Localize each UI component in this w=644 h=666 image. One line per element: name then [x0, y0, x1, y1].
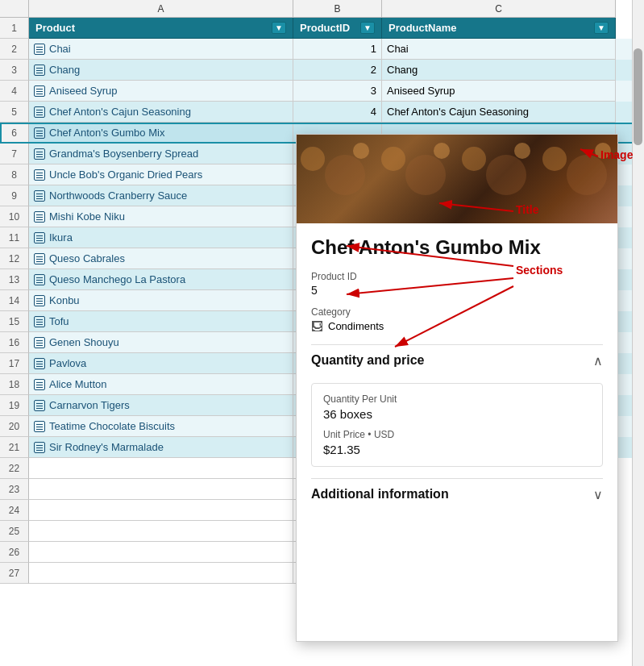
row-num-16: 16: [0, 332, 29, 353]
cell-product-16[interactable]: Genen Shouyu: [29, 332, 293, 353]
empty-cell-a: [29, 500, 293, 521]
cell-product-6[interactable]: Chef Anton's Gumbo Mix: [29, 123, 293, 144]
cell-product-text: Grandma's Boysenberry Spread: [49, 148, 198, 160]
filter-icon-b[interactable]: ▼: [360, 22, 375, 34]
quantity-section-header[interactable]: Quantity and price ∧: [311, 344, 603, 375]
cell-product-text: Sir Rodney's Marmalade: [49, 441, 164, 453]
col-header-a: A: [29, 0, 293, 18]
row-num-9: 9: [0, 185, 29, 206]
table-icon: [34, 65, 45, 76]
table-icon: [34, 358, 45, 369]
table-icon: [34, 295, 45, 306]
cell-product-2[interactable]: Chai: [29, 39, 293, 60]
cell-product-15[interactable]: Tofu: [29, 311, 293, 332]
panel-body: Chef Anton's Gumbo Mix Product ID 5 Cate…: [297, 223, 617, 641]
table-icon: [34, 44, 45, 55]
empty-cell-a: [29, 563, 293, 584]
qty-per-unit-label: Quantity Per Unit: [323, 393, 591, 405]
cell-product-text: Alice Mutton: [49, 378, 107, 390]
cell-product-7[interactable]: Grandma's Boysenberry Spread: [29, 144, 293, 164]
cell-product-14[interactable]: Konbu: [29, 290, 293, 311]
row-num-18: 18: [0, 374, 29, 395]
product-id-value: 5: [311, 284, 603, 297]
table-icon: [34, 232, 45, 244]
detail-panel[interactable]: Chef Anton's Gumbo Mix Product ID 5 Cate…: [296, 134, 618, 642]
cell-productid-5[interactable]: 4: [293, 102, 382, 123]
cell-product-21[interactable]: Sir Rodney's Marmalade: [29, 437, 293, 458]
cell-product-11[interactable]: Ikura: [29, 227, 293, 248]
empty-row-num-23: 23: [0, 479, 29, 500]
header-label-productid: ProductID: [300, 22, 350, 34]
cell-product-9[interactable]: Northwoods Cranberry Sauce: [29, 185, 293, 206]
col-header-c: C: [382, 0, 616, 18]
table-row[interactable]: 2 Chai 1 Chai: [0, 39, 644, 60]
row-num-14: 14: [0, 290, 29, 311]
table-icon: [34, 127, 45, 139]
empty-row-num-22: 22: [0, 458, 29, 479]
row-num-1: 1: [0, 18, 29, 39]
unit-price-value: $21.35: [323, 443, 591, 456]
cell-product-4[interactable]: Aniseed Syrup: [29, 81, 293, 102]
cell-product-10[interactable]: Mishi Kobe Niku: [29, 206, 293, 227]
header-cell-product[interactable]: Product ▼: [29, 18, 293, 39]
scrollbar-track[interactable]: [632, 0, 644, 666]
cell-product-8[interactable]: Uncle Bob's Organic Dried Pears: [29, 164, 293, 185]
table-icon: [34, 85, 45, 97]
filter-icon-c[interactable]: ▼: [594, 22, 609, 34]
qty-per-unit-value: 36 boxes: [323, 407, 591, 421]
cell-product-3[interactable]: Chang: [29, 60, 293, 81]
cell-productname-3[interactable]: Chang: [382, 60, 616, 81]
empty-cell-a: [29, 521, 293, 542]
cell-product-12[interactable]: Queso Cabrales: [29, 248, 293, 269]
column-letter-header: A B C: [0, 0, 644, 18]
header-label-productname: ProductName: [388, 22, 457, 34]
table-icon: [34, 190, 45, 202]
empty-row-num-24: 24: [0, 500, 29, 521]
table-row[interactable]: 4 Aniseed Syrup 3 Aniseed Syrup: [0, 81, 644, 102]
table-icon: [34, 211, 45, 223]
cell-productid-4[interactable]: 3: [293, 81, 382, 102]
cell-product-text: Tofu: [49, 315, 69, 327]
header-cell-productid[interactable]: ProductID ▼: [293, 18, 382, 39]
row-num-21: 21: [0, 437, 29, 458]
quantity-chevron-icon[interactable]: ∧: [593, 353, 603, 368]
quantity-info-card: Quantity Per Unit 36 boxes Unit Price • …: [311, 383, 603, 467]
row-num-3: 3: [0, 60, 29, 81]
panel-image: [297, 135, 617, 223]
cell-productid-3[interactable]: 2: [293, 60, 382, 81]
product-id-label: Product ID: [311, 271, 603, 282]
header-cell-productname[interactable]: ProductName ▼: [382, 18, 616, 39]
additional-chevron-icon[interactable]: ∨: [593, 487, 603, 502]
table-row[interactable]: 5 Chef Anton's Cajun Seasoning 4 Chef An…: [0, 102, 644, 123]
table-header-row: 1 Product ▼ ProductID ▼ ProductName ▼: [0, 18, 644, 39]
table-icon: [34, 106, 45, 118]
cell-productid-2[interactable]: 1: [293, 39, 382, 60]
empty-cell-a: [29, 479, 293, 500]
filter-icon-a[interactable]: ▼: [272, 22, 286, 34]
cell-product-17[interactable]: Pavlova: [29, 353, 293, 374]
row-num-12: 12: [0, 248, 29, 269]
scrollbar-thumb[interactable]: [634, 48, 642, 145]
cell-product-13[interactable]: Queso Manchego La Pastora: [29, 269, 293, 290]
cell-product-19[interactable]: Carnarvon Tigers: [29, 395, 293, 416]
table-icon: [34, 379, 45, 390]
table-row[interactable]: 3 Chang 2 Chang: [0, 60, 644, 81]
empty-cell-a: [29, 542, 293, 563]
table-icon: [34, 274, 45, 285]
cell-product-5[interactable]: Chef Anton's Cajun Seasoning: [29, 102, 293, 123]
cell-product-18[interactable]: Alice Mutton: [29, 374, 293, 395]
cell-product-text: Chef Anton's Cajun Seasoning: [49, 106, 191, 118]
cell-productname-4[interactable]: Aniseed Syrup: [382, 81, 616, 102]
cell-product-20[interactable]: Teatime Chocolate Biscuits: [29, 416, 293, 437]
cell-productname-5[interactable]: Chef Anton's Cajun Seasoning: [382, 102, 616, 123]
cell-product-text: Konbu: [49, 294, 80, 306]
cell-product-text: Chang: [49, 64, 80, 76]
row-num-15: 15: [0, 311, 29, 332]
panel-title: Chef Anton's Gumbo Mix: [311, 236, 603, 260]
cell-productname-2[interactable]: Chai: [382, 39, 616, 60]
additional-section-header[interactable]: Additional information ∨: [311, 478, 603, 509]
unit-price-label: Unit Price • USD: [323, 429, 591, 440]
table-icon: [34, 421, 45, 432]
row-num-19: 19: [0, 395, 29, 416]
header-label-product: Product: [35, 22, 75, 34]
